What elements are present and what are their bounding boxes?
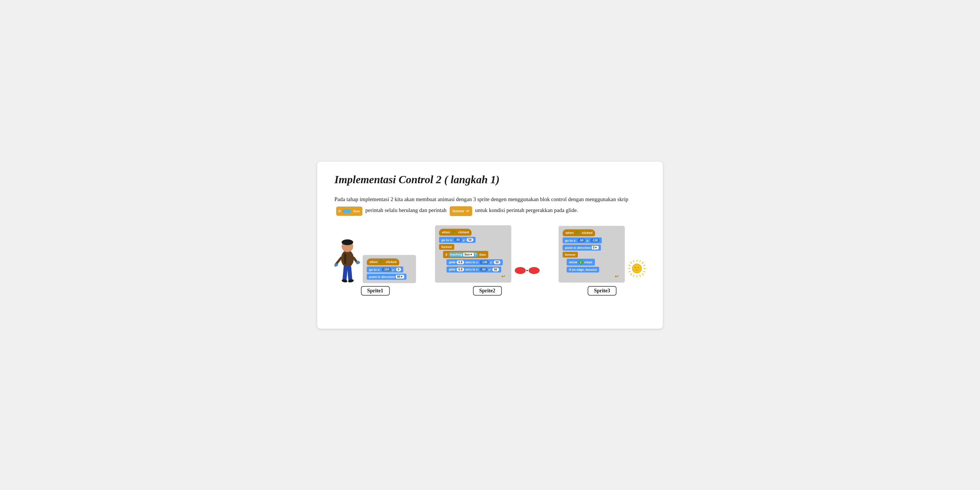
- svg-marker-12: [358, 260, 359, 261]
- svg-line-22: [640, 261, 640, 262]
- sprite3-direction-block: point in direction 0▼: [563, 245, 601, 251]
- sprite2-glide1-secs: 0.8: [457, 261, 464, 264]
- sprite2-y-value: 50: [467, 238, 473, 242]
- svg-line-21: [633, 261, 634, 262]
- svg-point-11: [356, 261, 360, 264]
- svg-line-4: [336, 258, 341, 264]
- then-text: then: [353, 208, 360, 214]
- svg-line-18: [642, 262, 643, 263]
- sprite3-section: when clicked go to x: -50 y: -130 point …: [558, 226, 646, 296]
- svg-line-24: [640, 275, 640, 277]
- sprite3-bounce-block: if on edge, bounce: [566, 267, 599, 272]
- if-then-block-inline: if then: [336, 205, 363, 216]
- sprite2-glide2-y: 50: [492, 267, 499, 271]
- sprite2-forever-block: forever: [439, 244, 454, 250]
- sprite1-section: when clicked go to x: -150 y: 0 point in…: [334, 237, 416, 296]
- sprite1-hat-block: when clicked: [367, 258, 399, 265]
- svg-line-20: [642, 274, 643, 275]
- svg-rect-7: [342, 266, 348, 281]
- sprite3-goto-block: go to x: -50 y: -130: [563, 237, 602, 243]
- svg-rect-3: [344, 254, 346, 264]
- sprite2-glide1-block: glide 0.8 secs to x: -140 y: 50: [447, 259, 503, 265]
- sprite1-x-value: -150: [382, 267, 391, 271]
- sprite2-forever-arrow: ↩: [439, 274, 507, 279]
- sprite3-label: Sprite3: [588, 286, 616, 296]
- sprite3-x-value: -50: [578, 239, 585, 242]
- sprite2-section: when clicked go to x: -50 y: 50 forever: [435, 225, 539, 296]
- sprite2-content: when clicked go to x: -50 y: 50 forever: [435, 225, 539, 283]
- desc-part2: perintah selalu berulang dan perintah: [365, 207, 447, 213]
- sprite2-glide2-block: glide 0.8 secs to x: -50 y: 50: [447, 266, 501, 272]
- sprite3-character: [628, 260, 646, 278]
- sprite2-code-panel: when clicked go to x: -50 y: 50 forever: [435, 225, 511, 283]
- glass-bridge: [526, 270, 528, 271]
- if-then-scratch-block: if then: [336, 207, 363, 216]
- sprite1-y-value: 0: [396, 267, 401, 271]
- sprite3-move-block: move 2 steps: [566, 259, 595, 266]
- sprite1-code-panel: when clicked go to x: -150 y: 0 point in…: [363, 255, 416, 283]
- svg-point-9: [341, 279, 347, 283]
- sprite1-character: [334, 237, 360, 283]
- svg-line-17: [631, 262, 632, 263]
- sprite1-goto-block: go to x: -150 y: 0: [367, 266, 403, 272]
- svg-point-31: [638, 267, 639, 268]
- sprite2-label: Sprite2: [473, 286, 502, 296]
- svg-line-26: [629, 271, 630, 272]
- sprite2-glide1-y: 50: [494, 261, 500, 264]
- svg-line-25: [629, 265, 630, 266]
- sprite2-glide2-x: -50: [480, 267, 487, 271]
- svg-point-0: [341, 250, 354, 267]
- sprite2-glide2-secs: 0.8: [457, 267, 464, 271]
- desc-part1: Pada tahap implementasi 2 kita akan memb…: [334, 196, 628, 202]
- slide-container: Implementasi Control 2 ( langkah 1) Pada…: [317, 162, 663, 329]
- sprite3-forever-arrow: ↩: [563, 274, 621, 279]
- sprite3-code-panel: when clicked go to x: -50 y: -130 point …: [558, 226, 625, 283]
- svg-line-23: [633, 275, 634, 277]
- sprite2-x-value: -50: [454, 238, 461, 242]
- forever-block-inline: forever ↩: [450, 205, 472, 216]
- sprite2-goto-block: go to x: -50 y: 50: [439, 237, 476, 243]
- sprite2-glide1-x: -140: [480, 261, 489, 264]
- sprite1-content: when clicked go to x: -150 y: 0 point in…: [334, 237, 416, 283]
- sprite2-if-block: if touching Sun▼ ? then: [443, 251, 488, 258]
- sprite3-y-value: -130: [590, 239, 600, 242]
- sprite3-hat-block: when clicked: [563, 229, 595, 236]
- sprite2-touching-block: touching Sun▼ ?: [449, 252, 478, 257]
- sun-icon: [628, 260, 646, 277]
- description-text: Pada tahap implementasi 2 kita akan memb…: [334, 194, 646, 216]
- svg-point-2: [342, 239, 353, 245]
- svg-point-30: [635, 267, 636, 268]
- svg-line-27: [644, 265, 645, 266]
- sprite1-direction-block: point in direction 90▼: [367, 274, 406, 280]
- glass-right: [528, 267, 539, 274]
- sprite2-character: [515, 264, 539, 277]
- sprite3-move-value: 2: [578, 260, 583, 264]
- sprite1-label: Sprite1: [361, 286, 390, 296]
- svg-line-19: [631, 274, 632, 275]
- sprite3-direction-value: 0▼: [592, 246, 598, 250]
- sprite3-forever-block: forever: [563, 252, 578, 258]
- glasses-icon: [515, 267, 539, 274]
- desc-part3: untuk kondisi perintah pergerakkan pada …: [475, 207, 578, 213]
- sprite1-direction-value: 90▼: [396, 275, 404, 278]
- svg-line-28: [644, 271, 645, 272]
- sprite2-hat-block: when clicked: [439, 229, 472, 235]
- sprite2-touching-value: Sun▼: [463, 253, 474, 256]
- svg-rect-8: [347, 266, 352, 281]
- slide-title: Implementasi Control 2 ( langkah 1): [334, 173, 646, 186]
- sprites-row: when clicked go to x: -150 y: 0 point in…: [334, 225, 646, 296]
- svg-point-29: [632, 264, 641, 273]
- forever-scratch-block: forever ↩: [450, 206, 472, 216]
- glass-left: [515, 267, 526, 274]
- sprite3-content: when clicked go to x: -50 y: -130 point …: [558, 226, 646, 283]
